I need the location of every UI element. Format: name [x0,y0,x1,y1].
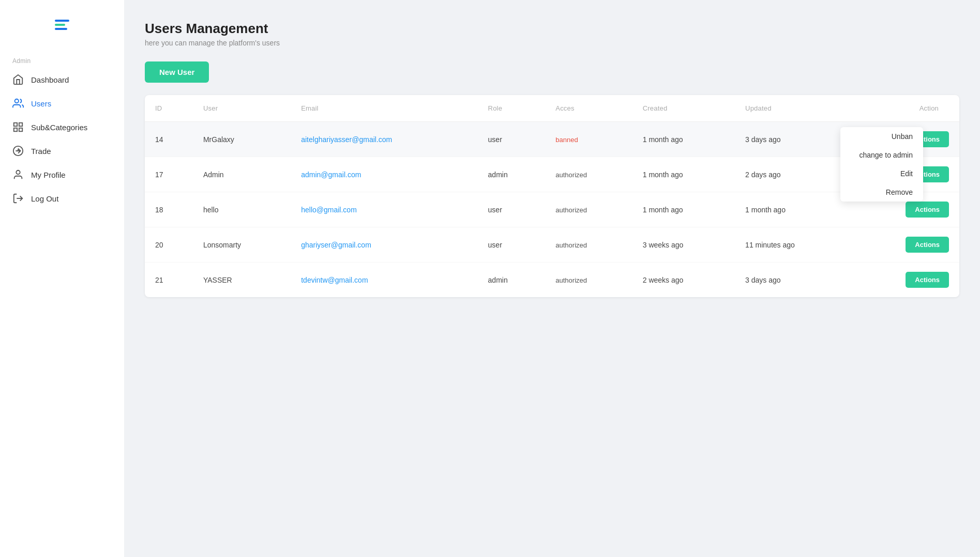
cell-updated: 3 days ago [735,122,852,157]
sidebar-item-label: Trade [31,147,51,156]
table-header-row: ID User Email Role Acces Created Updated… [145,95,959,122]
cell-id: 18 [145,192,193,227]
svg-rect-0 [55,20,69,22]
table-row: 14 MrGalaxy aitelghariyasser@gmail.com u… [145,122,959,157]
table-row: 17 Admin admin@gmail.com admin authorize… [145,157,959,192]
cell-email: hello@gmail.com [291,192,477,227]
cell-email: aitelghariyasser@gmail.com [291,122,477,157]
cell-user: hello [193,192,291,227]
svg-point-11 [16,171,20,174]
cell-id: 20 [145,227,193,262]
page-subtitle: here you can manage the platform's users [145,39,959,47]
sidebar-item-label: My Profile [31,171,66,179]
svg-rect-7 [19,128,22,131]
cell-user: Lonsomarty [193,227,291,262]
cell-updated: 11 minutes ago [735,227,852,262]
cell-action: Actions Unban change to admin Edit Remov… [852,122,959,157]
sidebar-item-label: Dashboard [31,75,69,84]
cell-access: authorized [545,157,632,192]
main-content: Users Management here you can manage the… [124,0,980,557]
cell-user: MrGalaxy [193,122,291,157]
cell-role: user [478,227,546,262]
cell-created: 1 month ago [632,192,735,227]
users-icon [12,98,24,109]
logo-icon [53,16,71,38]
col-header-action: Action [852,95,959,122]
cell-email: ghariyser@gmail.com [291,227,477,262]
table-row: 21 YASSER tdevintw@gmail.com admin autho… [145,262,959,298]
logo [0,10,124,53]
col-header-role: Role [478,95,546,122]
sidebar-item-label: Sub&Categories [31,123,87,132]
page-title: Users Management [145,21,959,37]
cell-action: Actions [852,227,959,262]
logout-icon [12,193,24,204]
sidebar: Admin Dashboard Users Sub&Categories Tra… [0,0,124,557]
sidebar-item-users[interactable]: Users [0,91,124,115]
actions-button[interactable]: Actions [906,237,949,253]
sidebar-item-label: Users [31,99,51,108]
grid-icon [12,121,24,133]
cell-user: Admin [193,157,291,192]
table-row: 18 hello hello@gmail.com user authorized… [145,192,959,227]
cell-access: authorized [545,192,632,227]
svg-rect-5 [19,123,22,126]
cell-access: authorized [545,227,632,262]
sidebar-item-trade[interactable]: Trade [0,139,124,163]
cell-id: 21 [145,262,193,298]
dropdown-item-unban[interactable]: Unban [840,127,923,146]
col-header-access: Acces [545,95,632,122]
cell-user: YASSER [193,262,291,298]
cell-email: admin@gmail.com [291,157,477,192]
col-header-id: ID [145,95,193,122]
cell-updated: 2 days ago [735,157,852,192]
table-row: 20 Lonsomarty ghariyser@gmail.com user a… [145,227,959,262]
col-header-updated: Updated [735,95,852,122]
cell-role: user [478,192,546,227]
cell-updated: 3 days ago [735,262,852,298]
new-user-button[interactable]: New User [145,61,209,83]
cell-id: 17 [145,157,193,192]
cell-email: tdevintw@gmail.com [291,262,477,298]
sidebar-item-subcategories[interactable]: Sub&Categories [0,115,124,139]
cell-access: authorized [545,262,632,298]
cell-role: admin [478,262,546,298]
cell-updated: 1 month ago [735,192,852,227]
col-header-user: User [193,95,291,122]
dropdown-item-remove[interactable]: Remove [840,183,923,202]
cell-role: admin [478,157,546,192]
cell-action: Actions [852,262,959,298]
cell-created: 3 weeks ago [632,227,735,262]
sidebar-item-label: Log Out [31,194,58,203]
person-icon [12,169,24,180]
actions-button[interactable]: Actions [906,202,949,218]
dropdown-item-edit[interactable]: Edit [840,164,923,183]
cell-created: 1 month ago [632,157,735,192]
home-icon [12,74,24,85]
svg-rect-1 [55,24,65,26]
svg-rect-6 [14,128,17,131]
sidebar-item-dashboard[interactable]: Dashboard [0,68,124,91]
cell-access: banned [545,122,632,157]
sidebar-item-logout[interactable]: Log Out [0,187,124,210]
svg-rect-4 [14,123,17,126]
cell-id: 14 [145,122,193,157]
col-header-created: Created [632,95,735,122]
users-table: ID User Email Role Acces Created Updated… [145,95,959,297]
trade-icon [12,145,24,157]
actions-dropdown: Unban change to admin Edit Remove [840,127,923,202]
admin-section-label: Admin [0,53,124,68]
users-table-container: ID User Email Role Acces Created Updated… [145,95,959,297]
cell-role: user [478,122,546,157]
cell-created: 1 month ago [632,122,735,157]
cell-created: 2 weeks ago [632,262,735,298]
sidebar-item-my-profile[interactable]: My Profile [0,163,124,187]
dropdown-item-change-to-admin[interactable]: change to admin [840,146,923,164]
svg-point-3 [15,99,19,103]
col-header-email: Email [291,95,477,122]
actions-button[interactable]: Actions [906,272,949,288]
svg-rect-2 [55,28,67,30]
